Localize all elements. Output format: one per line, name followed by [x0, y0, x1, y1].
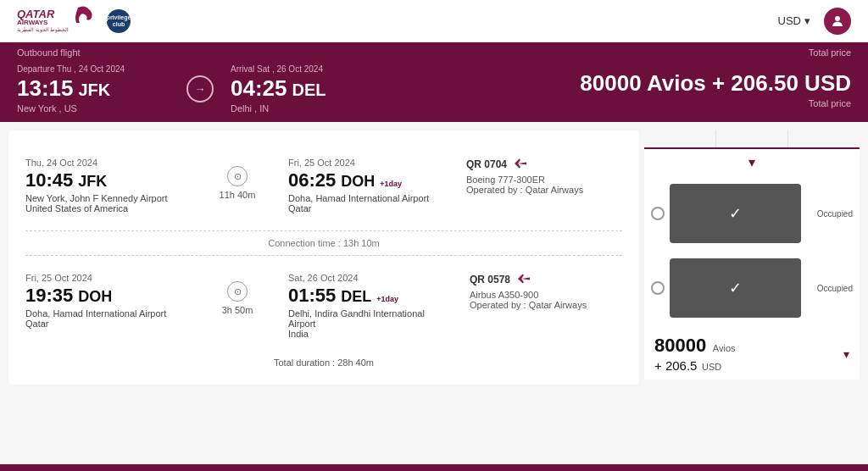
seg1-duration-text: 11h 40m: [203, 190, 271, 200]
seg2-duration: ⊙ 3h 50m: [203, 273, 271, 315]
price-usd-value: + 206.5: [654, 358, 697, 373]
qatar-logo: QATAR AIRWAYS الخطوط الجوية القطرية priv…: [17, 4, 131, 37]
seat-options-tabs: [644, 130, 860, 149]
price-block: 80000 Avios + 206.5 USD: [654, 335, 736, 373]
seg1-duration-icon: ⊙: [227, 166, 248, 186]
seat-radio-2[interactable]: [651, 281, 665, 295]
route-arrow: →: [186, 75, 214, 103]
seg2-dep-time: 19:35: [25, 285, 73, 307]
seg2-arr-time-row: 01:55 DEL +1day: [288, 285, 453, 307]
privilege-club-badge: privilegeclub: [107, 9, 131, 33]
seg1-arr-country: Qatar: [288, 203, 449, 213]
price-usd-label: USD: [702, 362, 721, 372]
chevron-down-icon: ▾: [748, 154, 755, 170]
seg1-flight-num: QR 0704: [466, 158, 619, 173]
seg2-duration-text: 3h 50m: [203, 305, 271, 315]
seat-panel: ▾ ✓ Occupied ✓ Occupied: [639, 122, 868, 393]
dep-date-label: Departure Thu , 24 Oct 2024: [17, 64, 170, 74]
segment-1: Thu, 24 Oct 2024 10:45 JFK New York, Joh…: [25, 147, 622, 224]
seg2-dep-airport: Doha, Hamad International Airport: [25, 308, 186, 319]
user-icon: [830, 14, 845, 29]
seg1-arr-airport: Doha, Hamad International Airport: [288, 193, 449, 203]
flight-details-panel: Thu, 24 Oct 2024 10:45 JFK New York, Joh…: [8, 130, 639, 385]
seg2-arr-date: Sat, 26 Oct 2024: [288, 273, 453, 283]
seg2-dep-date: Fri, 25 Oct 2024: [25, 273, 186, 283]
seg1-next-day: +1day: [380, 180, 402, 188]
connection-time-bar: Connection time : 13h 10m: [25, 230, 622, 256]
seg2-arr-country: India: [288, 329, 453, 339]
seg2-dep-iata: DOH: [78, 288, 112, 306]
segment-1-row: Thu, 24 Oct 2024 10:45 JFK New York, Joh…: [25, 158, 622, 213]
seat-tab-2[interactable]: [716, 130, 788, 147]
qatar-logo-small-2: [516, 273, 531, 288]
checkmark-icon-2: ✓: [729, 279, 742, 297]
header-right: USD ▾: [778, 8, 851, 35]
outbound-content: Departure Thu , 24 Oct 2024 13:15 JFK Ne…: [17, 61, 851, 122]
header-logo-area: QATAR AIRWAYS الخطوط الجوية القطرية priv…: [17, 4, 131, 37]
svg-text:AIRWAYS: AIRWAYS: [17, 19, 48, 26]
seat-radio-1[interactable]: [651, 207, 665, 220]
seg1-dep-airport: New York, John F Kennedy Airport: [25, 193, 186, 203]
banner-total-price-sublabel: Total price: [580, 98, 851, 108]
price-avios-label: Avios: [713, 343, 736, 353]
expand-options-button[interactable]: ▾: [644, 149, 860, 175]
seat-box-1[interactable]: ✓: [670, 184, 801, 243]
seg2-arr-iata: DEL: [341, 288, 371, 306]
seat-box-2[interactable]: ✓: [670, 258, 801, 318]
dep-city: New York , US: [17, 103, 170, 114]
price-expand-button[interactable]: ▾: [843, 347, 849, 361]
connection-time-text: Connection time : 13h 10m: [268, 238, 379, 248]
banner-total-price-block: 80000 Avios + 206.50 USD Total price: [580, 70, 851, 108]
dep-time-row: 13:15 JFK: [17, 75, 170, 102]
total-duration: Total duration : 28h 40m: [25, 357, 622, 368]
arr-time: 04:25: [231, 75, 287, 102]
seg1-dep-time: 10:45: [25, 169, 73, 191]
seat-tab-1[interactable]: [644, 130, 716, 147]
seat-rows-container: ✓ Occupied ✓ Occupied: [644, 175, 860, 326]
arrival-block: Arrival Sat , 26 Oct 2024 04:25 DEL Delh…: [231, 64, 383, 114]
seg2-dep: Fri, 25 Oct 2024 19:35 DOH Doha, Hamad I…: [25, 273, 186, 329]
arr-date-label: Arrival Sat , 26 Oct 2024: [231, 64, 383, 74]
price-chevron-down-icon: ▾: [843, 347, 849, 361]
seg1-dep-iata: JFK: [78, 173, 107, 191]
dep-time: 13:15: [17, 75, 74, 102]
site-header: QATAR AIRWAYS الخطوط الجوية القطرية priv…: [0, 0, 868, 42]
arr-iata: DEL: [292, 80, 326, 100]
seg1-dep: Thu, 24 Oct 2024 10:45 JFK New York, Joh…: [25, 158, 186, 213]
departure-block: Departure Thu , 24 Oct 2024 13:15 JFK Ne…: [17, 64, 170, 114]
outbound-label: Outbound flight: [17, 47, 81, 58]
outbound-banner: Outbound flight Total price Departure Th…: [0, 42, 868, 122]
seat-row-2: ✓ Occupied: [644, 255, 860, 321]
banner-total-price-value: 80000 Avios + 206.50 USD: [580, 70, 851, 97]
seg1-dep-country: United States of America: [25, 203, 186, 213]
main-layout: Thu, 24 Oct 2024 10:45 JFK New York, Joh…: [0, 122, 868, 393]
banner-total-price-label: Total price: [809, 47, 851, 58]
svg-point-3: [835, 16, 840, 21]
seg1-dep-date: Thu, 24 Oct 2024: [25, 158, 186, 168]
seat-row-1: ✓ Occupied: [644, 180, 860, 247]
seat-occupied-2: Occupied: [806, 284, 853, 293]
user-account-button[interactable]: [824, 8, 851, 35]
seg2-flight-info: QR 0578 Airbus A350-900 Operated by : Qa…: [470, 273, 622, 310]
currency-selector[interactable]: USD ▾: [778, 14, 810, 27]
seg2-arr: Sat, 26 Oct 2024 01:55 DEL +1day Delhi, …: [288, 273, 453, 339]
arr-time-row: 04:25 DEL: [231, 75, 383, 102]
seg2-flight-num: QR 0578: [470, 273, 622, 288]
seg2-operator: Operated by : Qatar Airways: [470, 300, 622, 310]
currency-chevron-icon: ▾: [804, 14, 810, 27]
seg2-arr-time: 01:55: [288, 285, 336, 307]
segment-2-row: Fri, 25 Oct 2024 19:35 DOH Doha, Hamad I…: [25, 273, 622, 339]
svg-text:الخطوط الجوية القطرية: الخطوط الجوية القطرية: [17, 27, 69, 33]
dep-iata: JFK: [79, 80, 111, 100]
seg2-next-day: +1day: [376, 295, 398, 303]
seg2-aircraft: Airbus A350-900: [470, 290, 622, 300]
seg1-aircraft: Boeing 777-300ER: [466, 175, 619, 185]
currency-label: USD: [778, 14, 801, 27]
seg1-arr-time-row: 06:25 DOH +1day: [288, 169, 449, 191]
seat-tab-3[interactable]: [788, 130, 860, 147]
price-avios-row: 80000 Avios: [654, 335, 736, 357]
seg2-arr-airport: Delhi, Indira Gandhi International Airpo…: [288, 308, 453, 329]
qatar-airways-svg: QATAR AIRWAYS الخطوط الجوية القطرية: [17, 4, 102, 35]
segment-2: Fri, 25 Oct 2024 19:35 DOH Doha, Hamad I…: [25, 263, 622, 349]
price-footer: 80000 Avios + 206.5 USD ▾: [644, 326, 860, 380]
